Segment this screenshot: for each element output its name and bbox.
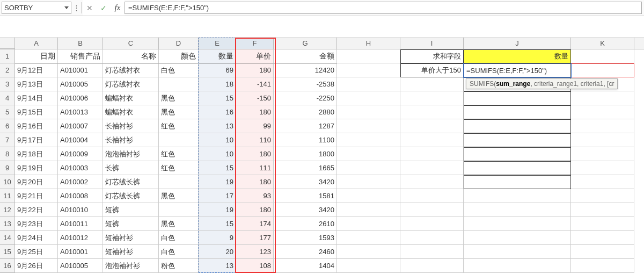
cell[interactable]: -2250 xyxy=(274,91,337,105)
cell[interactable]: 短裤 xyxy=(103,203,159,217)
cell[interactable]: 白色 xyxy=(159,63,199,77)
col-header-F[interactable]: F xyxy=(236,38,274,49)
cell[interactable]: 9 xyxy=(199,231,236,245)
row-header[interactable]: 2 xyxy=(0,63,15,77)
cell[interactable]: 蝙蝠衬衣 xyxy=(103,91,159,105)
fx-button[interactable]: fx xyxy=(111,0,125,16)
cell[interactable]: A010004 xyxy=(58,133,103,147)
col-header-E[interactable]: E xyxy=(199,38,236,49)
cell[interactable]: -2538 xyxy=(274,77,337,91)
cell[interactable] xyxy=(400,175,464,189)
cell[interactable]: 9月15日 xyxy=(15,105,58,119)
cell[interactable] xyxy=(400,231,464,245)
cell[interactable]: 9月17日 xyxy=(15,133,58,147)
cell[interactable] xyxy=(464,133,571,147)
cell[interactable]: 15 xyxy=(199,91,236,105)
cell[interactable]: 19 xyxy=(199,203,236,217)
cell[interactable] xyxy=(337,189,400,203)
cell[interactable]: 2610 xyxy=(274,217,337,231)
cell[interactable]: 180 xyxy=(236,175,274,189)
cell[interactable] xyxy=(159,77,199,91)
col-header-H[interactable]: H xyxy=(337,38,400,49)
cell[interactable]: 93 xyxy=(236,189,274,203)
cell[interactable] xyxy=(337,119,400,133)
cell[interactable]: -150 xyxy=(236,91,274,105)
cell[interactable]: A010005 xyxy=(58,259,103,273)
cell[interactable] xyxy=(464,189,571,203)
cell[interactable] xyxy=(464,231,571,245)
cell[interactable]: 9月22日 xyxy=(15,203,58,217)
cell[interactable]: 红色 xyxy=(159,119,199,133)
cell[interactable]: 泡泡袖衬衫 xyxy=(103,259,159,273)
cell[interactable]: 1800 xyxy=(274,147,337,161)
cell[interactable]: 180 xyxy=(236,63,274,77)
cell[interactable]: A010001 xyxy=(58,63,103,77)
cell[interactable] xyxy=(571,259,634,273)
col-header-A[interactable]: A xyxy=(15,38,58,49)
cell[interactable]: 名称 xyxy=(103,49,159,63)
cell[interactable] xyxy=(464,161,571,175)
row-header[interactable]: 3 xyxy=(0,77,15,91)
cell[interactable] xyxy=(337,105,400,119)
row-header[interactable]: 9 xyxy=(0,161,15,175)
cell[interactable]: A010011 xyxy=(58,217,103,231)
col-header-I[interactable]: I xyxy=(400,38,464,49)
cell[interactable]: 9月19日 xyxy=(15,161,58,175)
cell[interactable] xyxy=(337,91,400,105)
cell[interactable]: 蝙蝠衬衣 xyxy=(103,105,159,119)
row-header[interactable]: 13 xyxy=(0,217,15,231)
row-header[interactable]: 14 xyxy=(0,231,15,245)
cell[interactable]: 9月14日 xyxy=(15,91,58,105)
cell[interactable] xyxy=(337,217,400,231)
cell[interactable]: 10 xyxy=(199,147,236,161)
cell[interactable]: 销售产品 xyxy=(58,49,103,63)
cell[interactable]: 10 xyxy=(199,133,236,147)
cell[interactable]: 110 xyxy=(236,133,274,147)
cell[interactable]: 1404 xyxy=(274,259,337,273)
cell[interactable]: 20 xyxy=(199,245,236,259)
cell[interactable] xyxy=(337,147,400,161)
cell[interactable]: A010001 xyxy=(58,245,103,259)
cell[interactable] xyxy=(571,203,634,217)
cell[interactable] xyxy=(571,49,634,63)
cell[interactable] xyxy=(571,245,634,259)
cell[interactable]: 9月24日 xyxy=(15,231,58,245)
cell[interactable]: 180 xyxy=(236,203,274,217)
cell[interactable]: 9月21日 xyxy=(15,189,58,203)
row-header[interactable]: 8 xyxy=(0,147,15,161)
cell[interactable] xyxy=(464,105,571,119)
row-header[interactable]: 4 xyxy=(0,91,15,105)
cell[interactable]: 灯芯绒衬衣 xyxy=(103,63,159,77)
cell[interactable]: 69 xyxy=(199,63,236,77)
cell[interactable]: 粉色 xyxy=(159,259,199,273)
cell[interactable]: 1100 xyxy=(274,133,337,147)
row-header[interactable]: 10 xyxy=(0,175,15,189)
cell[interactable] xyxy=(464,175,571,189)
cell[interactable] xyxy=(400,259,464,273)
cell[interactable] xyxy=(337,259,400,273)
row-header[interactable]: 1 xyxy=(0,49,15,63)
cell[interactable]: 红色 xyxy=(159,161,199,175)
cell[interactable]: A010013 xyxy=(58,105,103,119)
cell[interactable]: 123 xyxy=(236,245,274,259)
cell[interactable] xyxy=(400,217,464,231)
cell[interactable]: 13 xyxy=(199,259,236,273)
cell[interactable] xyxy=(571,217,634,231)
cell[interactable]: 长袖衬衫 xyxy=(103,133,159,147)
cell[interactable]: 1593 xyxy=(274,231,337,245)
cell[interactable]: 12420 xyxy=(274,63,337,77)
cell[interactable] xyxy=(571,175,634,189)
cell[interactable] xyxy=(400,91,464,105)
cell[interactable] xyxy=(400,105,464,119)
cell[interactable]: 9月23日 xyxy=(15,217,58,231)
col-header-B[interactable]: B xyxy=(58,38,103,49)
cell[interactable]: 3420 xyxy=(274,203,337,217)
cell[interactable] xyxy=(400,147,464,161)
cell[interactable]: 灯芯绒长裤 xyxy=(103,189,159,203)
cell[interactable] xyxy=(464,119,571,133)
row-header[interactable]: 15 xyxy=(0,245,15,259)
cancel-button[interactable]: ✕ xyxy=(83,0,97,16)
cell[interactable]: A010003 xyxy=(58,161,103,175)
cell[interactable] xyxy=(337,133,400,147)
cell[interactable]: 3420 xyxy=(274,175,337,189)
